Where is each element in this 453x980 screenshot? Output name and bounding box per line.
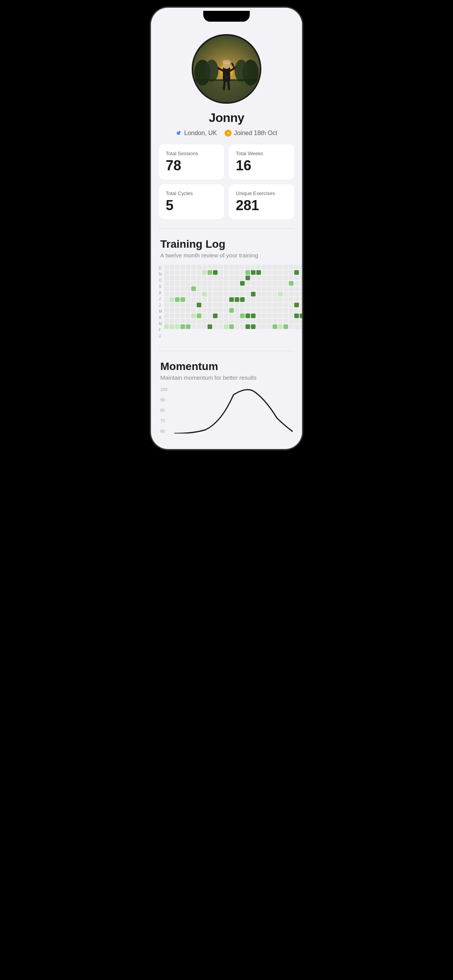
heatmap-cell <box>202 314 207 318</box>
heatmap-cell <box>175 297 180 302</box>
heatmap-cell <box>213 270 218 275</box>
heatmap-cell <box>245 297 250 302</box>
heatmap-row <box>164 276 302 280</box>
svg-line-16 <box>228 82 229 89</box>
heatmap-cell <box>202 319 207 324</box>
heatmap-cell <box>175 270 180 275</box>
heatmap-cell <box>170 292 174 296</box>
heatmap-cell <box>256 276 261 280</box>
heatmap-cell <box>273 292 277 296</box>
heatmap-cell <box>278 286 283 291</box>
heatmap-month-label: J <box>159 296 162 302</box>
heatmap-cell <box>218 265 223 269</box>
heatmap-cell <box>197 303 201 307</box>
training-log-subtitle: A twelve month review of your training <box>160 252 293 259</box>
heatmap-cell <box>170 276 174 280</box>
heatmap-cell <box>273 297 277 302</box>
heatmap-cell <box>186 281 190 286</box>
heatmap-cell <box>202 270 207 275</box>
heatmap-cell <box>283 303 288 307</box>
heatmap-cell <box>240 297 245 302</box>
heatmap-cell <box>208 281 212 286</box>
heatmap-cell <box>175 281 180 286</box>
heatmap-cell <box>229 319 234 324</box>
heatmap-cell <box>289 265 293 269</box>
heatmap-cell <box>289 319 293 324</box>
heatmap-cell <box>175 286 180 291</box>
heatmap-cell <box>245 270 250 275</box>
heatmap-cell <box>218 281 223 286</box>
heatmap-cell <box>267 292 272 296</box>
heatmap-row <box>164 292 302 296</box>
heatmap-cell <box>294 308 299 313</box>
heatmap-cell <box>267 270 272 275</box>
heatmap-row <box>164 319 302 324</box>
heatmap-cell <box>240 319 245 324</box>
heatmap-cell <box>197 276 201 280</box>
heatmap-cell <box>180 308 185 313</box>
heatmap-cell <box>229 286 234 291</box>
notch <box>203 11 250 22</box>
heatmap-cell <box>224 286 228 291</box>
heatmap-cell <box>180 319 185 324</box>
momentum-header: Momentum Maintain momentum for better re… <box>151 360 302 387</box>
heatmap-cell <box>294 270 299 275</box>
avatar-image: The Ecosystem Inside <box>193 36 260 102</box>
heatmap-cell <box>224 303 228 307</box>
heatmap-cell <box>218 324 223 329</box>
heatmap-cell <box>175 324 180 329</box>
heatmap-cell <box>229 281 234 286</box>
heatmap-cell <box>186 308 190 313</box>
user-meta: London, UK Joined 18th Oct <box>176 130 278 137</box>
heatmap-cell <box>180 303 185 307</box>
heatmap-cell <box>235 286 239 291</box>
heatmap-cell <box>208 292 212 296</box>
heatmap-cell <box>197 308 201 313</box>
heatmap-cell <box>213 297 218 302</box>
heatmap-cell <box>235 319 239 324</box>
heatmap-row-labels: DNOSAJJMAMFJ <box>159 265 162 339</box>
heatmap-cell <box>175 265 180 269</box>
heatmap-cell <box>283 324 288 329</box>
heatmap-cell <box>213 292 218 296</box>
heatmap-cell <box>273 308 277 313</box>
heatmap-cell <box>240 292 245 296</box>
heatmap-cell <box>186 292 190 296</box>
heatmap-cell <box>267 276 272 280</box>
heatmap-cell <box>262 265 266 269</box>
heatmap-cell <box>191 270 196 275</box>
heatmap-cell <box>240 265 245 269</box>
heatmap-cell <box>278 292 283 296</box>
svg-text:Ecosystem: Ecosystem <box>223 75 230 77</box>
heatmap-cell <box>170 265 174 269</box>
heatmap-cell <box>294 286 299 291</box>
heatmap-row <box>164 265 302 269</box>
heatmap-cell <box>300 265 302 269</box>
heatmap-cell <box>164 281 169 286</box>
heatmap-cell <box>218 286 223 291</box>
heatmap-cell <box>300 308 302 313</box>
heatmap-cell <box>218 292 223 296</box>
heatmap-cell <box>197 297 201 302</box>
heatmap-cell <box>224 324 228 329</box>
heatmap-cell <box>256 281 261 286</box>
heatmap-cell <box>180 286 185 291</box>
heatmap-cell <box>289 324 293 329</box>
heatmap-cell <box>213 281 218 286</box>
heatmap-cell <box>283 308 288 313</box>
momentum-subtitle: Maintain momentum for better results <box>160 374 293 381</box>
stat-card-unique-exercises: Unique Exercises 281 <box>229 184 294 219</box>
heatmap-cell <box>208 308 212 313</box>
heatmap-cell <box>202 308 207 313</box>
heatmap-cell <box>235 314 239 318</box>
heatmap-cell <box>175 303 180 307</box>
heatmap-cell <box>267 303 272 307</box>
heatmap-cell <box>300 292 302 296</box>
heatmap-cell <box>262 308 266 313</box>
heatmap-cell <box>208 270 212 275</box>
heatmap-cell <box>262 324 266 329</box>
heatmap-cell <box>224 308 228 313</box>
heatmap-cell <box>283 281 288 286</box>
heatmap-inner: DNOSAJJMAMFJ <box>159 265 294 339</box>
heatmap-cell <box>224 314 228 318</box>
